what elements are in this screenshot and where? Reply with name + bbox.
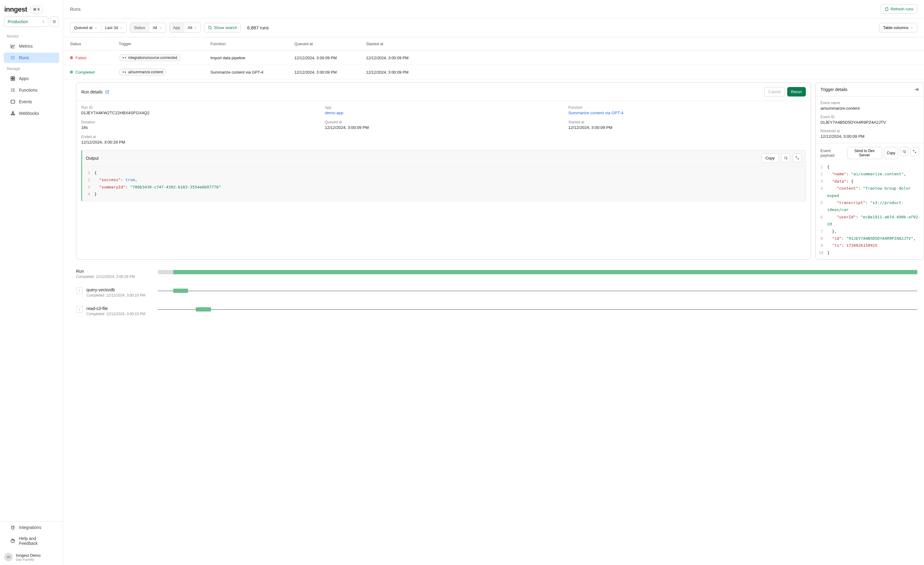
payload-code: 1{ 2 "name": "ai/summarize.content", 3 "…: [816, 160, 924, 259]
cancel-button[interactable]: Cancel: [764, 87, 784, 96]
table-row[interactable]: Failed integrations/source.connected Imp…: [63, 51, 924, 65]
svg-point-8: [12, 111, 14, 113]
nav-runs[interactable]: Runs: [4, 53, 59, 63]
nav-events[interactable]: Events: [4, 96, 59, 107]
run-count: 6,887 runs: [247, 25, 269, 30]
table-columns-button[interactable]: Table columns: [879, 23, 917, 32]
nav-help[interactable]: Help and Feedback: [4, 533, 59, 548]
environment-label: Production: [8, 19, 28, 24]
webhooks-icon: [10, 111, 15, 116]
expand-step-button[interactable]: [76, 306, 83, 313]
refresh-runs-button[interactable]: Refresh runs: [880, 4, 917, 14]
run-details-title: Run details: [81, 90, 103, 95]
sidebar: inngest ⌘ K Production Monitor Metrics R…: [0, 0, 63, 565]
nav-metrics[interactable]: Metrics: [4, 41, 59, 51]
environment-selector[interactable]: Production: [4, 17, 48, 27]
svg-rect-7: [11, 100, 15, 103]
expand-output-button[interactable]: [793, 153, 802, 162]
svg-point-0: [53, 20, 54, 21]
status-filter[interactable]: Status All: [130, 23, 166, 33]
app-link[interactable]: demo-app: [325, 111, 562, 115]
step-name: read-s3-file: [86, 306, 152, 311]
chevron-updown-icon: [42, 20, 45, 23]
chevron-down-icon: [94, 26, 98, 29]
event-icon: [122, 71, 126, 73]
logo: inngest: [4, 6, 27, 14]
event-name: ai/summarize.content: [820, 106, 919, 111]
nav-integrations[interactable]: Integrations: [4, 522, 59, 533]
status-dot: [70, 56, 73, 59]
trigger-pill: integrations/source.connected: [119, 54, 180, 61]
expand-payload-button[interactable]: [910, 147, 919, 156]
wrap-icon: [783, 156, 788, 160]
search-icon: [208, 26, 212, 30]
copy-payload-button[interactable]: Copy: [884, 147, 898, 159]
wrap-icon: [902, 149, 906, 153]
user-menu[interactable]: IN Inngest Demo Dan Farrelly: [0, 549, 63, 565]
output-panel: Output Copy 1{ 2 "success": true, 3 "sum…: [81, 150, 806, 201]
svg-rect-4: [13, 77, 15, 78]
timeline: Run Completed: 12/12/2024, 3:00:28 PM qu…: [63, 263, 924, 331]
svg-rect-5: [11, 79, 12, 80]
events-icon: [10, 99, 15, 104]
send-dev-server-button[interactable]: Send to Dev Server: [847, 147, 882, 159]
app-filter[interactable]: App All: [169, 23, 201, 33]
avatar: IN: [4, 553, 13, 561]
chevron-down-icon: [120, 26, 123, 29]
table-header: Status Trigger Function Queued at Starte…: [63, 37, 924, 51]
event-id: 01JEY7A4B5D5DYA4R9PZ4A2JTV: [820, 120, 919, 125]
step-name: query-vectordb: [86, 287, 152, 292]
functions-icon: [10, 88, 15, 93]
expand-step-button[interactable]: [76, 287, 83, 294]
wrap-payload-button[interactable]: [900, 147, 908, 156]
table-row[interactable]: Completed ai/summarize.content Summarize…: [63, 65, 924, 80]
chart-icon: [10, 44, 15, 48]
copy-output-button[interactable]: Copy: [762, 153, 778, 163]
chevron-down-icon: [194, 26, 197, 29]
function-link[interactable]: Summarize content via GPT-4: [568, 111, 806, 115]
timeline-track: [158, 289, 917, 293]
output-label: Output: [86, 156, 99, 161]
environment-settings-button[interactable]: [50, 17, 58, 27]
chevron-down-icon: [159, 26, 162, 29]
svg-rect-3: [11, 77, 12, 78]
expand-icon: [912, 149, 916, 153]
nav-section-monitor: Monitor: [0, 31, 63, 40]
help-icon: [10, 538, 15, 543]
command-k-shortcut[interactable]: ⌘ K: [30, 6, 43, 13]
nav-section-manage: Manage: [0, 63, 63, 73]
collapse-right-icon[interactable]: [914, 87, 919, 92]
sliders-icon: [52, 20, 57, 24]
runs-icon: [10, 55, 15, 60]
main: Runs Refresh runs Queued at Last 3d Stat…: [63, 0, 924, 565]
nav-apps[interactable]: Apps: [4, 73, 59, 84]
trigger-details-title: Trigger details: [820, 87, 848, 92]
svg-point-12: [208, 26, 211, 29]
user-org: Inngest Demo: [16, 553, 40, 557]
user-name: Dan Farrelly: [16, 557, 40, 561]
nav-webhooks[interactable]: Webhooks: [4, 108, 59, 119]
timeline-track: [158, 270, 917, 274]
apps-icon: [10, 76, 15, 81]
nav-functions[interactable]: Functions: [4, 85, 59, 95]
trigger-pill: ai/summarize.content: [119, 69, 166, 75]
timeline-track: [158, 307, 917, 311]
status-dot: [70, 71, 73, 74]
svg-point-2: [53, 22, 54, 23]
external-link-icon[interactable]: [105, 90, 110, 94]
chevron-right-icon: [78, 308, 81, 311]
timeline-run-title: Run: [76, 269, 152, 273]
show-search-button[interactable]: Show search: [204, 23, 241, 32]
wrap-lines-button[interactable]: [781, 153, 790, 162]
trigger-details-panel: Trigger details Event nameai/summarize.c…: [815, 83, 924, 260]
refresh-icon: [885, 7, 889, 11]
chevron-right-icon: [78, 289, 81, 292]
rerun-button[interactable]: Rerun: [787, 87, 806, 96]
chevron-down-icon: [910, 26, 914, 29]
output-code: 1{ 2 "success": true, 3 "summaryId": "70…: [82, 166, 806, 201]
time-filter[interactable]: Queued at Last 3d: [70, 23, 127, 33]
expand-icon: [795, 156, 800, 160]
event-icon: [122, 57, 126, 59]
payload-label: Event payload: [820, 149, 844, 158]
run-details-panel: Run details Cancel Rerun Run ID01JEY7A4K…: [76, 83, 811, 260]
